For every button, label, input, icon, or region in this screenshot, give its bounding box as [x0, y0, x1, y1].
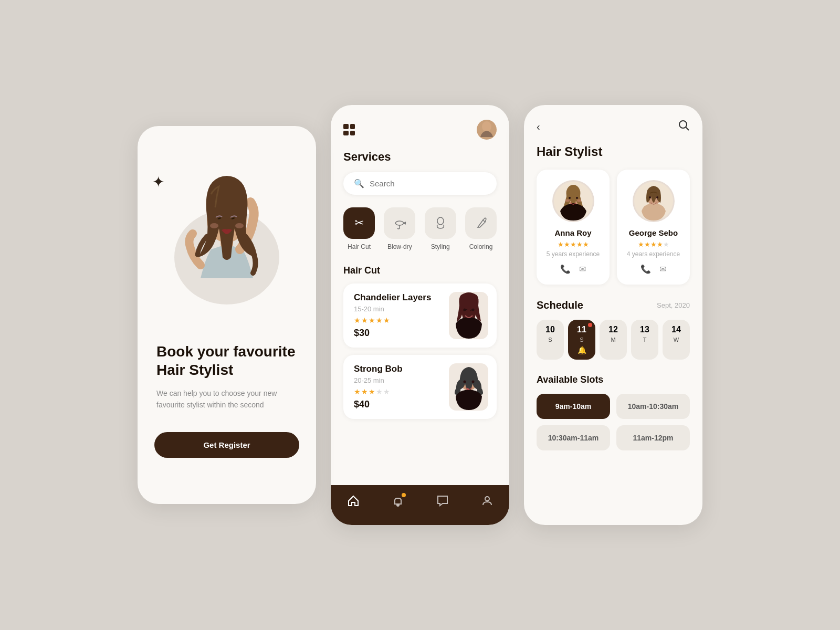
slots-grid: 9am-10am 10am-10:30am 10:30am-11am 11am-…: [537, 394, 690, 450]
phone-icon[interactable]: 📞: [560, 264, 571, 274]
search-icon: 🔍: [354, 178, 364, 188]
date-12[interactable]: 12 M: [600, 320, 627, 360]
screen1-onboarding: ✦: [138, 126, 316, 504]
active-date-dot: [588, 323, 592, 327]
email-icon-george[interactable]: ✉: [659, 264, 666, 274]
nav-bell-icon[interactable]: [392, 495, 404, 510]
svg-point-4: [235, 223, 244, 228]
phone-icon-george[interactable]: 📞: [640, 264, 651, 274]
bottom-nav: [331, 485, 509, 525]
chandelier-avatar-svg: [450, 292, 487, 339]
stylist-contacts-anna: 📞 ✉: [544, 264, 602, 274]
date-row: 10 S 11 S 🔔 12 M 13 T 14 W: [537, 320, 690, 360]
date-day-10: S: [548, 337, 552, 343]
stylist-stars-anna: ★★★★★: [544, 240, 602, 248]
screen2-services: Services 🔍 ✂ Hair Cut: [331, 105, 509, 525]
service-categories: ✂ Hair Cut Blow-dry: [343, 207, 497, 250]
stylist-stars-george: ★★★★★: [624, 240, 682, 248]
stylist-contacts-george: 📞 ✉: [624, 264, 682, 274]
svg-point-5: [482, 121, 491, 132]
screen2-header: [343, 120, 497, 140]
svg-point-13: [467, 388, 469, 390]
screen1-title: Book your favourite Hair Stylist: [156, 342, 297, 379]
svg-point-19: [569, 197, 571, 199]
haircut-price-strongbob: $40: [354, 399, 403, 410]
woman-illustration: [159, 152, 295, 320]
date-14[interactable]: 14 W: [663, 320, 690, 360]
svg-point-20: [576, 197, 578, 199]
svg-point-15: [679, 121, 687, 128]
haircut-card-strongbob[interactable]: Strong Bob 20-25 min ★★★★★ $40: [343, 355, 497, 419]
haircut-section-title: Hair Cut: [343, 265, 497, 276]
styling-label: Styling: [431, 243, 450, 250]
stylist-cards-container: Anna Roy ★★★★★ 5 years experience 📞 ✉: [537, 170, 690, 285]
haircut-stars-chandelier: ★★★★★: [354, 316, 431, 324]
slots-title: Available Slots: [537, 374, 690, 385]
get-register-button[interactable]: Get Register: [154, 432, 299, 458]
category-blowdry[interactable]: Blow-dry: [384, 207, 415, 250]
search-bar[interactable]: 🔍: [343, 172, 497, 195]
haircut-avatar-strongbob: [449, 363, 488, 411]
category-haircut[interactable]: ✂ Hair Cut: [343, 207, 375, 250]
date-10[interactable]: 10 S: [537, 320, 564, 360]
date-num-12: 12: [603, 325, 624, 334]
haircut-avatar-chandelier: [449, 292, 488, 339]
haircut-label: Hair Cut: [348, 243, 371, 250]
search-button[interactable]: [678, 120, 690, 134]
date-day-14: W: [674, 337, 679, 343]
schedule-header: Schedule Sept, 2020: [537, 299, 690, 311]
coloring-label: Coloring: [469, 243, 493, 250]
screen1-subtitle: We can help you to choose your new favou…: [156, 387, 297, 411]
stylist-card-george[interactable]: George Sebo ★★★★★ 4 years experience 📞 ✉: [617, 170, 690, 285]
coloring-svg-icon: [474, 216, 488, 230]
blowdry-icon-box: [384, 207, 415, 239]
date-13[interactable]: 13 T: [631, 320, 658, 360]
haircut-duration-strongbob: 20-25 min: [354, 376, 403, 384]
date-day-12: M: [611, 337, 615, 343]
styling-icon-box: [425, 207, 456, 239]
category-coloring[interactable]: Coloring: [465, 207, 497, 250]
email-icon[interactable]: ✉: [579, 264, 586, 274]
haircut-icon-box: ✂: [343, 207, 375, 239]
svg-point-12: [471, 381, 474, 383]
stylist-name-anna: Anna Roy: [544, 228, 602, 237]
nav-home-icon[interactable]: [347, 495, 360, 510]
nav-profile-icon[interactable]: [481, 495, 494, 510]
woman-illustration-area: [154, 147, 299, 326]
user-avatar[interactable]: [477, 120, 497, 140]
svg-point-21: [565, 200, 570, 202]
haircut-name-strongbob: Strong Bob: [354, 364, 403, 374]
date-day-13: T: [643, 337, 647, 343]
services-title: Services: [343, 150, 497, 164]
grid-menu-icon[interactable]: [343, 124, 355, 135]
slot-9am[interactable]: 9am-10am: [537, 394, 610, 419]
svg-point-9: [471, 309, 474, 311]
screen2-body: Services 🔍 ✂ Hair Cut: [331, 105, 509, 485]
slot-10am[interactable]: 10am-10:30am: [616, 394, 690, 419]
date-day-11: S: [580, 337, 583, 343]
stylist-avatar-anna: [552, 180, 594, 222]
haircut-name-chandelier: Chandelier Layers: [354, 292, 431, 303]
search-input[interactable]: [370, 179, 486, 188]
slot-11am[interactable]: 11am-12pm: [616, 425, 690, 450]
screen3-stylist: ‹ Hair Stylist: [524, 105, 702, 525]
back-button[interactable]: ‹: [537, 121, 540, 133]
date-11[interactable]: 11 S 🔔: [568, 320, 595, 360]
nav-chat-icon[interactable]: [436, 495, 449, 510]
search-icon: [678, 120, 690, 131]
stylist-card-anna[interactable]: Anna Roy ★★★★★ 5 years experience 📞 ✉: [537, 170, 610, 285]
screens-container: ✦: [138, 105, 702, 525]
svg-point-14: [485, 497, 489, 501]
blowdry-label: Blow-dry: [387, 243, 412, 250]
user-avatar-svg: [478, 120, 495, 139]
screen3-header: ‹: [537, 120, 690, 134]
date-num-14: 14: [666, 325, 687, 334]
category-styling[interactable]: Styling: [425, 207, 456, 250]
haircut-info-strongbob: Strong Bob 20-25 min ★★★★★ $40: [354, 364, 403, 410]
stylist-exp-george: 4 years experience: [624, 250, 682, 258]
haircut-card-chandelier[interactable]: Chandelier Layers 15-20 min ★★★★★ $30: [343, 284, 497, 348]
anna-avatar-svg: [554, 182, 593, 220]
slot-1030am[interactable]: 10:30am-11am: [537, 425, 610, 450]
date-num-13: 13: [634, 325, 655, 334]
svg-point-26: [656, 196, 658, 198]
